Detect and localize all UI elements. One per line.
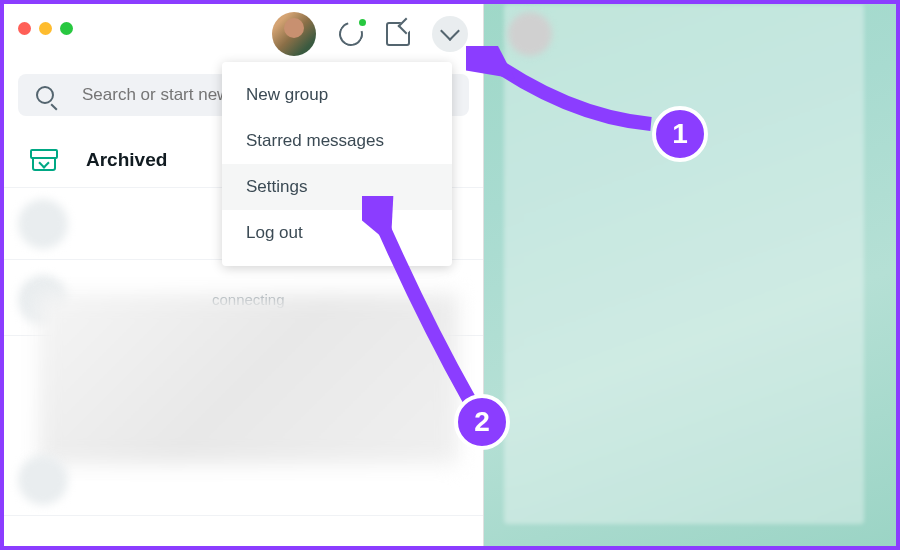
header-toolbar: [272, 12, 468, 56]
menu-dropdown-button[interactable]: [432, 16, 468, 52]
profile-avatar[interactable]: [272, 12, 316, 56]
new-chat-icon[interactable]: [386, 22, 410, 46]
archive-box-icon: [32, 149, 56, 171]
chat-avatar: [18, 455, 68, 505]
step-callout-1: 1: [652, 106, 708, 162]
macos-window-controls: [18, 22, 73, 35]
annotation-arrow: [362, 196, 482, 406]
annotation-arrow: [466, 46, 656, 136]
chevron-down-icon: [440, 21, 460, 41]
window-minimize-button[interactable]: [39, 22, 52, 35]
search-icon: [36, 86, 54, 104]
chat-list-item[interactable]: [4, 444, 483, 516]
status-icon[interactable]: [338, 21, 364, 47]
step-callout-2: 2: [454, 394, 510, 450]
window-close-button[interactable]: [18, 22, 31, 35]
archived-label: Archived: [86, 149, 167, 171]
menu-item-new-group[interactable]: New group: [222, 72, 452, 118]
window-maximize-button[interactable]: [60, 22, 73, 35]
menu-item-starred-messages[interactable]: Starred messages: [222, 118, 452, 164]
chat-avatar: [18, 199, 68, 249]
